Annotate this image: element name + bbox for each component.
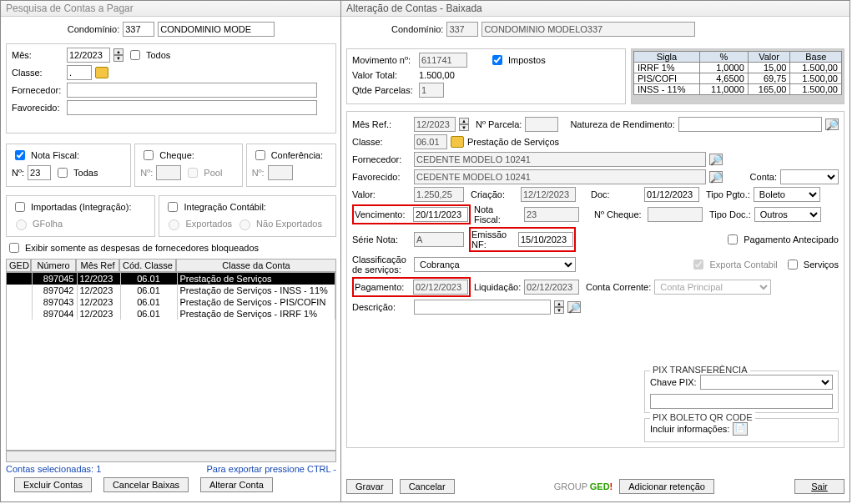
condominio-nome-input[interactable] bbox=[158, 22, 275, 37]
notafiscal-input bbox=[524, 207, 579, 222]
todos-checkbox[interactable] bbox=[130, 50, 140, 60]
alterar-conta-button[interactable]: Alterar Conta bbox=[200, 477, 273, 492]
pool-checkbox bbox=[188, 168, 198, 178]
pag-antecipado-label: Pagamento Antecipado bbox=[744, 234, 839, 244]
emissaonf-label: Emissão NF: bbox=[471, 229, 515, 249]
edit-window: Alteração de Contas - Baixada Condomínio… bbox=[340, 0, 850, 502]
col-codclasse[interactable]: Cód. Classe bbox=[119, 259, 176, 272]
tipopgto-select[interactable]: Boleto bbox=[754, 187, 820, 202]
conta-select[interactable] bbox=[780, 169, 839, 184]
tax-row[interactable]: INSS - 11%11,0000165,001.500,00 bbox=[634, 84, 842, 95]
document-icon[interactable]: 📄 bbox=[733, 422, 748, 436]
qtdepar-input bbox=[419, 83, 444, 98]
results-grid[interactable]: GED Número Mês Ref Cód. Classe Classe da… bbox=[6, 259, 336, 462]
movno-input bbox=[419, 53, 467, 68]
nao-exportados-label: Não Exportados bbox=[256, 219, 322, 229]
doc-input[interactable] bbox=[644, 187, 699, 202]
tax-col-pct: % bbox=[699, 52, 748, 63]
todas-checkbox[interactable] bbox=[58, 168, 68, 178]
nocheque-label: Nº Cheque: bbox=[594, 209, 644, 219]
cancelar-baixas-button[interactable]: Cancelar Baixas bbox=[103, 477, 189, 492]
servicos-checkbox[interactable] bbox=[788, 260, 798, 270]
favorecido-input[interactable] bbox=[67, 100, 317, 115]
doc-label: Doc: bbox=[591, 189, 641, 199]
nf-no-label: Nº: bbox=[12, 168, 24, 178]
binoculars-icon[interactable]: 🔎 bbox=[567, 301, 581, 313]
vencimento-label: Vencimento: bbox=[355, 209, 410, 219]
condominio-label: Condomínio: bbox=[68, 24, 119, 34]
gravar-button[interactable]: Gravar bbox=[346, 479, 393, 494]
descricao-input[interactable] bbox=[414, 300, 551, 315]
col-ged[interactable]: GED bbox=[6, 259, 31, 272]
liquidacao-label: Liquidação: bbox=[474, 282, 521, 292]
tipodoc-select[interactable]: Outros bbox=[754, 207, 821, 222]
integ-contabil-checkbox[interactable] bbox=[168, 202, 178, 212]
chavepix-select[interactable] bbox=[700, 375, 833, 390]
favorecido-label: Favorecido: bbox=[12, 103, 63, 113]
noparcela-label: Nº Parcela: bbox=[476, 119, 522, 129]
emissaonf-input[interactable] bbox=[518, 232, 573, 247]
pag-antecipado-checkbox[interactable] bbox=[728, 234, 738, 244]
r-favorecido-input bbox=[414, 169, 706, 184]
ged-logo[interactable]: GROUP GED! bbox=[554, 481, 613, 491]
table-row[interactable]: 897042 12/2023 06.01 Prestação de Serviç… bbox=[7, 285, 335, 296]
mesref-label: Mês Ref.: bbox=[352, 119, 411, 129]
serienota-input bbox=[414, 232, 464, 247]
cancelar-button[interactable]: Cancelar bbox=[400, 479, 455, 494]
vencimento-input[interactable] bbox=[413, 207, 468, 222]
natureza-label: Natureza de Rendimento: bbox=[570, 119, 674, 129]
binoculars-icon[interactable]: 🔎 bbox=[825, 118, 839, 130]
todos-label: Todos bbox=[146, 50, 170, 60]
conta-corrente-select: Conta Principal bbox=[654, 280, 771, 295]
tax-row[interactable]: IRRF 1%1,000015,001.500,00 bbox=[634, 63, 842, 73]
fornecedor-input[interactable] bbox=[67, 83, 317, 98]
descricao-label: Descrição: bbox=[352, 302, 411, 312]
nao-exportados-radio bbox=[239, 219, 250, 230]
conf-no-label: Nº: bbox=[252, 168, 265, 178]
exportados-radio bbox=[169, 219, 179, 230]
excluir-button[interactable]: Excluir Contas bbox=[14, 477, 92, 492]
folder-icon[interactable] bbox=[95, 67, 108, 78]
table-row[interactable]: 897044 12/2023 06.01 Prestação de Serviç… bbox=[7, 308, 335, 320]
natureza-input[interactable] bbox=[678, 117, 822, 132]
descricao-spinner[interactable]: ▲▼ bbox=[554, 300, 564, 314]
servicos-label: Serviços bbox=[804, 260, 839, 270]
tax-col-base: Base bbox=[790, 52, 842, 63]
binoculars-icon[interactable]: 🔎 bbox=[709, 171, 723, 183]
folder-icon[interactable] bbox=[451, 136, 464, 148]
col-mesref[interactable]: Mês Ref bbox=[76, 259, 119, 272]
importadas-checkbox[interactable] bbox=[15, 202, 25, 212]
condominio-num-input[interactable] bbox=[123, 22, 154, 37]
mes-spinner[interactable]: ▲▼ bbox=[113, 48, 124, 62]
todas-label: Todas bbox=[73, 168, 98, 178]
valortotal-label: Valor Total: bbox=[352, 70, 416, 80]
table-row[interactable]: 897045 12/2023 06.01 Prestação de Serviç… bbox=[7, 273, 335, 285]
impostos-label: Impostos bbox=[508, 55, 546, 65]
bloqueados-checkbox[interactable] bbox=[9, 243, 19, 253]
mes-label: Mês: bbox=[12, 50, 63, 60]
col-classe[interactable]: Classe da Conta bbox=[176, 259, 336, 272]
notafiscal-checkbox[interactable] bbox=[15, 150, 25, 160]
conferencia-checkbox[interactable] bbox=[255, 150, 265, 160]
exporta-contabil-checkbox bbox=[693, 260, 703, 270]
col-numero[interactable]: Número bbox=[31, 259, 76, 272]
grid-table[interactable]: 897045 12/2023 06.01 Prestação de Serviç… bbox=[7, 273, 335, 320]
impostos-checkbox[interactable] bbox=[492, 55, 502, 65]
importadas-label: Importadas (Integração): bbox=[31, 202, 131, 212]
binoculars-icon[interactable]: 🔎 bbox=[709, 154, 723, 165]
liquidacao-input bbox=[524, 280, 579, 295]
adicionar-retencao-button[interactable]: Adicionar retenção bbox=[619, 479, 714, 494]
mes-input[interactable] bbox=[67, 48, 110, 63]
cheque-checkbox[interactable] bbox=[144, 150, 154, 160]
sair-button[interactable]: Sair bbox=[794, 479, 844, 494]
tax-row[interactable]: PIS/COFI4,650069,751.500,00 bbox=[634, 73, 842, 84]
classificacao-select[interactable]: Cobrança bbox=[414, 257, 576, 272]
pix-boleto-legend: PIX BOLETO QR CODE bbox=[650, 412, 755, 422]
table-row[interactable]: 897043 12/2023 06.01 Prestação de Serviç… bbox=[7, 296, 335, 308]
chavepix-input[interactable] bbox=[650, 394, 833, 409]
grid-hscroll[interactable] bbox=[6, 451, 336, 462]
nf-no-input[interactable] bbox=[28, 165, 51, 180]
r-fornecedor-label: Fornecedor: bbox=[352, 154, 411, 164]
exportados-label: Exportados bbox=[185, 219, 232, 229]
classe-input[interactable] bbox=[67, 65, 92, 80]
